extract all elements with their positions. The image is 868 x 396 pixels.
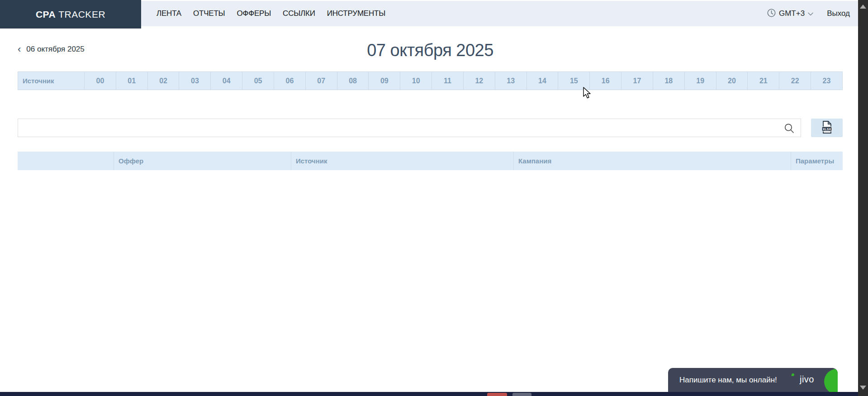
previous-day-label: 06 октября 2025 (26, 45, 84, 54)
hour-column-header[interactable]: 21 (747, 72, 779, 90)
source-column-header: Источник (18, 72, 84, 90)
xlsx-icon-label: XLSX (823, 128, 831, 131)
column-header-empty (18, 152, 114, 170)
hour-column-header[interactable]: 13 (495, 72, 526, 90)
nav-right-group: GMT+3 Выход (767, 1, 850, 26)
hour-column-header[interactable]: 16 (589, 72, 621, 90)
hour-column-header[interactable]: 23 (811, 72, 842, 90)
hour-column-header[interactable]: 19 (684, 72, 716, 90)
hour-column-header[interactable]: 10 (400, 72, 432, 90)
bottom-edge-strip (0, 392, 858, 396)
hour-column-header[interactable]: 08 (337, 72, 369, 90)
hourly-stats-header: Источник 0001020304050607080910111213141… (18, 72, 843, 90)
jivo-leaf-icon (792, 373, 795, 377)
scrollbar-up-arrow-icon[interactable] (860, 5, 866, 9)
previous-day-link[interactable]: ‹ 06 октября 2025 (18, 45, 85, 54)
xlsx-file-icon: XLSX (821, 120, 833, 135)
column-header-params[interactable]: Параметры (791, 152, 843, 170)
hour-column-header[interactable]: 18 (653, 72, 684, 90)
nav-menu-item[interactable]: ССЫЛКИ (283, 9, 315, 18)
hour-column-header[interactable]: 09 (368, 72, 400, 90)
page-title-current-date: 07 октября 2025 (18, 41, 843, 60)
chat-widget[interactable]: Напишите нам, мы онлайн! jivo (668, 368, 838, 392)
search-input[interactable] (18, 119, 801, 137)
hour-columns: 0001020304050607080910111213141516171819… (84, 72, 842, 90)
hour-column-header[interactable]: 12 (463, 72, 495, 90)
hour-column-header[interactable]: 00 (84, 72, 116, 90)
column-header-offer[interactable]: Оффер (114, 152, 291, 170)
export-xlsx-button[interactable]: XLSX (811, 119, 843, 137)
chat-message: Напишите нам, мы онлайн! (668, 376, 777, 385)
scrollbar-down-arrow-icon[interactable] (860, 386, 866, 390)
chevron-left-icon: ‹ (18, 46, 21, 53)
bottom-red-element (487, 393, 507, 396)
main-menu: ЛЕНТАОТЧЕТЫОФФЕРЫССЫЛКИИНСТРУМЕНТЫ (157, 1, 385, 26)
date-navigation: ‹ 06 октября 2025 07 октября 2025 (18, 41, 843, 60)
bottom-gray-element (512, 393, 531, 396)
chevron-down-icon (808, 10, 813, 18)
hour-column-header[interactable]: 22 (779, 72, 811, 90)
hour-column-header[interactable]: 11 (432, 72, 463, 90)
logout-link[interactable]: Выход (827, 9, 850, 18)
timezone-label: GMT+3 (779, 9, 805, 18)
timezone-selector[interactable]: GMT+3 (767, 9, 813, 19)
hour-column-header[interactable]: 14 (526, 72, 558, 90)
hour-column-header[interactable]: 03 (179, 72, 210, 90)
nav-menu-item[interactable]: ЛЕНТА (157, 9, 181, 18)
app-logo-rest: TRACKER (58, 9, 105, 20)
nav-menu-item[interactable]: ИНСТРУМЕНТЫ (327, 9, 385, 18)
clock-icon (767, 9, 776, 19)
search-box (18, 119, 801, 137)
nav-menu-item[interactable]: ОТЧЕТЫ (193, 9, 225, 18)
results-table-header: Оффер Источник Кампания Параметры (18, 152, 843, 170)
chat-green-circle-icon (824, 369, 838, 392)
hour-column-header[interactable]: 07 (305, 72, 337, 90)
vertical-scrollbar[interactable] (858, 0, 868, 396)
hour-column-header[interactable]: 01 (116, 72, 147, 90)
nav-menu-item[interactable]: ОФФЕРЫ (237, 9, 271, 18)
hour-column-header[interactable]: 20 (716, 72, 748, 90)
column-header-campaign[interactable]: Кампания (513, 152, 791, 170)
column-header-source[interactable]: Источник (291, 152, 513, 170)
app-logo-bold: CPA (36, 9, 56, 20)
hour-column-header[interactable]: 02 (147, 72, 179, 90)
app-logo[interactable]: CPA TRACKER (0, 0, 141, 29)
hour-column-header[interactable]: 17 (621, 72, 653, 90)
hour-column-header[interactable]: 05 (242, 72, 274, 90)
hour-column-header[interactable]: 06 (274, 72, 305, 90)
hour-column-header[interactable]: 04 (210, 72, 242, 90)
jivo-logo: jivo (800, 374, 814, 385)
search-icon[interactable] (783, 123, 795, 136)
hour-column-header[interactable]: 15 (558, 72, 589, 90)
